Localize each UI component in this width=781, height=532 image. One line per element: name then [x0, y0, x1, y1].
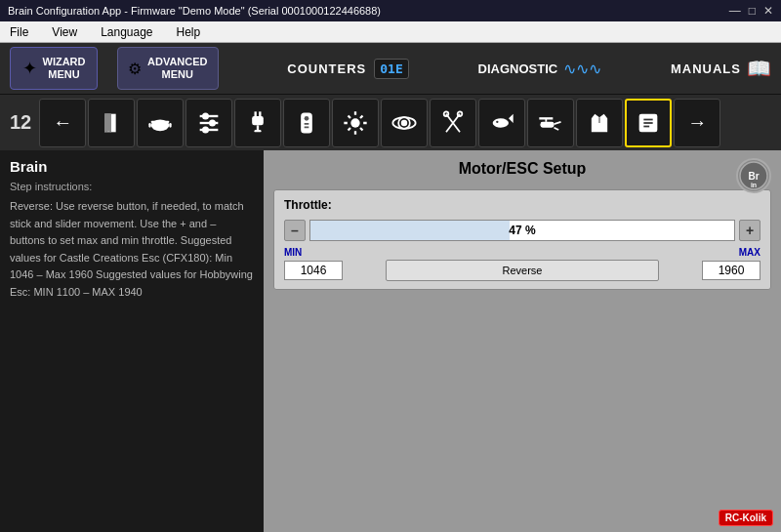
brain-logo: Br in [736, 158, 771, 193]
forward-arrow-button[interactable]: → [674, 99, 720, 147]
reverse-button[interactable]: Reverse [386, 260, 659, 281]
svg-rect-13 [257, 125, 259, 130]
pot-button[interactable] [137, 99, 184, 147]
wizard-menu-button[interactable]: ✦ WIZARD MENU [10, 47, 98, 90]
svg-rect-3 [170, 123, 172, 128]
sidebar-subtitle: Step instructions: [10, 181, 254, 192]
menu-bar: File View Language Help [0, 21, 781, 43]
max-label: MAX [731, 247, 760, 258]
manuals-button[interactable]: MANUALS 📖 [671, 57, 771, 80]
svg-rect-2 [149, 123, 151, 128]
card-button[interactable] [625, 99, 672, 147]
svg-rect-12 [252, 116, 264, 125]
window-controls: — □ ✕ [729, 4, 773, 18]
throttle-fill [310, 221, 510, 240]
values-row: 1046 Reverse 1960 [284, 260, 760, 281]
heli-button[interactable] [527, 99, 574, 147]
throttle-row: – 47 % + [284, 220, 760, 241]
vest-button[interactable] [576, 99, 623, 147]
svg-rect-17 [305, 123, 309, 125]
window-title: Brain Configuration App - Firmware "Demo… [8, 5, 729, 17]
icon-toolbar: 12 ← → [0, 94, 781, 150]
close-button[interactable]: ✕ [763, 4, 773, 18]
menu-view[interactable]: View [46, 23, 83, 41]
svg-point-19 [351, 118, 360, 127]
counters-section: COUNTERS 01E [287, 59, 408, 79]
book-button[interactable] [88, 99, 135, 147]
svg-line-32 [555, 121, 561, 123]
right-panel: Br in Motor/ESC Setup Throttle: – 47 % +… [264, 150, 781, 532]
advanced-menu-button[interactable]: ⚙ ADVANCED MENU [117, 47, 219, 90]
main-content: Brain Step instructions: Reverse: Use re… [0, 150, 781, 532]
svg-text:Br: Br [748, 171, 759, 182]
plug-button[interactable] [234, 99, 281, 147]
svg-point-16 [305, 116, 309, 121]
step-number: 12 [4, 111, 37, 134]
motor-esc-panel: Throttle: – 47 % + MIN MAX 1046 Reve [273, 189, 771, 290]
counters-label: COUNTERS [287, 61, 366, 76]
diagnostic-wave-icon: ∿∿∿ [563, 60, 601, 78]
throttle-plus-button[interactable]: + [739, 220, 760, 241]
svg-rect-14 [255, 130, 262, 132]
back-arrow-button[interactable]: ← [39, 99, 86, 147]
menu-language[interactable]: Language [95, 23, 158, 41]
maximize-button[interactable]: □ [749, 4, 756, 18]
throttle-value: 47 % [509, 224, 535, 237]
throttle-minus-button[interactable]: – [284, 220, 306, 241]
advanced-gear-icon: ⚙ [128, 60, 142, 78]
svg-rect-18 [305, 126, 309, 128]
fish-button[interactable] [478, 99, 525, 147]
panel-title: Motor/ESC Setup [273, 160, 771, 178]
watermark: RC-Kolik [719, 510, 773, 526]
svg-point-8 [210, 120, 215, 125]
title-bar: Brain Configuration App - Firmware "Demo… [0, 0, 781, 21]
min-label: MIN [284, 247, 313, 258]
counters-value: 01E [374, 59, 408, 79]
svg-point-7 [203, 113, 208, 118]
gyro-button[interactable] [381, 99, 428, 147]
top-nav: ✦ WIZARD MENU ⚙ ADVANCED MENU COUNTERS 0… [0, 43, 781, 94]
svg-point-28 [496, 120, 498, 122]
manuals-label: MANUALS [671, 61, 741, 76]
menu-help[interactable]: Help [171, 23, 207, 41]
svg-point-9 [203, 127, 208, 132]
svg-rect-1 [151, 120, 170, 122]
svg-line-33 [555, 127, 559, 129]
sliders-button[interactable] [185, 99, 232, 147]
manuals-icon: 📖 [747, 57, 771, 80]
diagnostic-label: DIAGNOSTIC [478, 61, 558, 76]
minmax-row: MIN MAX [284, 247, 760, 258]
wizard-icon: ✦ [22, 58, 37, 79]
svg-rect-29 [541, 121, 555, 127]
svg-point-27 [493, 118, 509, 127]
sidebar-title: Brain [10, 158, 254, 175]
gear-button[interactable] [332, 99, 379, 147]
svg-point-22 [402, 120, 407, 125]
throttle-bar: 47 % [309, 220, 735, 241]
throttle-label: Throttle: [284, 198, 760, 212]
advanced-label: ADVANCED MENU [147, 56, 208, 81]
min-value-box: 1046 [284, 261, 343, 280]
diagnostic-section: DIAGNOSTIC ∿∿∿ [478, 60, 602, 78]
sidebar: Brain Step instructions: Reverse: Use re… [0, 150, 264, 532]
sidebar-instructions: Reverse: Use reverse button, if needed, … [10, 198, 254, 524]
remote-button[interactable] [283, 99, 330, 147]
minimize-button[interactable]: — [729, 4, 741, 18]
wizard-label: WIZARD MENU [43, 56, 86, 81]
svg-text:in: in [751, 182, 757, 188]
tools-button[interactable] [430, 99, 476, 147]
max-value-box: 1960 [702, 261, 760, 280]
menu-file[interactable]: File [4, 23, 34, 41]
